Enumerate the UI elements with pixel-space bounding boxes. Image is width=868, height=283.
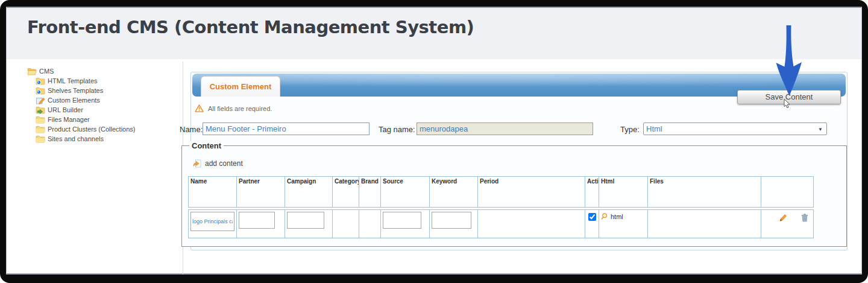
tag-name-label: Tag name: (379, 125, 415, 134)
row-cell-html: html (599, 210, 648, 238)
folder-link-icon (36, 106, 45, 114)
row-cell-actions (761, 210, 813, 238)
add-content-label: add content (205, 159, 243, 168)
tag-name-input[interactable] (417, 122, 593, 135)
app-page: Front-end CMS (Content Management System… (6, 7, 862, 275)
row-cell-brand (359, 210, 381, 238)
type-select-value: Html (646, 124, 662, 133)
tab-custom-element[interactable]: Custom Element (201, 76, 280, 97)
row-name-input[interactable] (190, 212, 234, 231)
name-label: Name: (180, 125, 203, 134)
row-html-label: html (611, 213, 623, 220)
col-header-partner: Partner (237, 177, 285, 207)
col-header-campaign: Campaign (285, 177, 333, 207)
col-header-files: Files (648, 177, 761, 207)
row-active-checkbox[interactable] (588, 213, 596, 221)
add-content-link[interactable]: add content (193, 159, 243, 168)
type-select[interactable]: Html ▼ (643, 122, 827, 135)
row-cell-keyword (430, 210, 478, 238)
folder-icon (36, 126, 45, 133)
page-title: Front-end CMS (Content Management System… (27, 17, 474, 37)
sidebar-item-label: Custom Elements (48, 97, 100, 104)
sidebar-item-label: Shelves Templates (48, 87, 103, 94)
row-campaign-input[interactable] (287, 212, 324, 229)
sidebar-item-label: Files Manager (48, 116, 90, 123)
row-cell-active (585, 210, 599, 238)
screen-frame: Front-end CMS (Content Management System… (0, 0, 868, 283)
folder-icon (36, 135, 45, 143)
content-legend: Content (189, 141, 224, 150)
sidebar-item-label: URL Builder (48, 106, 83, 113)
row-partner-input[interactable] (239, 212, 275, 229)
chevron-down-icon: ▼ (818, 127, 823, 132)
add-content-icon (193, 159, 201, 168)
table-row: html (188, 209, 814, 238)
row-keyword-input[interactable] (432, 212, 471, 229)
content-table-header: Name Partner Campaign Category Brand Sou… (188, 176, 814, 208)
col-header-source: Source (381, 177, 430, 207)
warning-triangle-icon (195, 104, 204, 112)
sidebar-item-url-builder[interactable]: URL Builder (36, 105, 178, 115)
sidebar-item-label: Sites and channels (48, 135, 104, 142)
content-table: Name Partner Campaign Category Brand Sou… (188, 176, 814, 238)
delete-trash-icon[interactable] (800, 214, 809, 222)
type-label: Type: (620, 125, 640, 134)
row-cell-partner (237, 210, 285, 238)
page-header-band: Front-end CMS (Content Management System… (7, 8, 861, 59)
sidebar-item-shelves-templates[interactable]: Shelves Templates (36, 86, 178, 95)
folder-template-icon (36, 77, 45, 85)
save-content-button[interactable]: Save Content (737, 90, 841, 104)
edit-page-icon (36, 97, 45, 104)
col-header-name: Name (189, 177, 237, 207)
row-cell-source (381, 210, 430, 238)
col-header-active: Active (585, 177, 599, 207)
folder-template-icon (36, 87, 45, 95)
folder-icon (36, 116, 45, 124)
sidebar-item-label: HTML Templates (48, 77, 98, 84)
col-header-actions (761, 177, 813, 207)
col-header-brand: Brand (359, 177, 381, 207)
row-cell-files (648, 210, 761, 238)
sidebar-item-product-clusters[interactable]: Product Clusters (Collections) (36, 124, 178, 134)
sidebar-item-custom-elements[interactable]: Custom Elements (36, 95, 178, 105)
sidebar-tree: CMS HTML Templates Shelves Templates Cus… (27, 66, 178, 144)
sidebar-item-label: CMS (39, 68, 54, 75)
name-input[interactable] (203, 122, 370, 135)
row-cell-campaign (285, 210, 333, 238)
col-header-category: Category (333, 177, 359, 207)
folder-open-icon (27, 68, 37, 75)
sidebar-item-sites-and-channels[interactable]: Sites and channels (36, 134, 178, 144)
content-fieldset: Content add content Name Partner Campaig… (181, 145, 847, 247)
col-header-period: Period (478, 177, 585, 207)
required-fields-warning: All fields are required. (195, 104, 272, 112)
sidebar-item-label: Product Clusters (Collections) (48, 126, 136, 133)
row-source-input[interactable] (383, 212, 421, 229)
edit-pencil-icon[interactable] (779, 214, 787, 222)
sidebar-item-files-manager[interactable]: Files Manager (36, 115, 178, 124)
row-cell-category (333, 210, 359, 238)
col-header-html: Html (599, 177, 648, 207)
magnifier-icon[interactable] (601, 212, 609, 220)
row-cell-name (189, 210, 237, 238)
warning-text: All fields are required. (208, 105, 272, 112)
row-cell-period (478, 210, 585, 238)
sidebar-item-html-templates[interactable]: HTML Templates (36, 76, 178, 86)
col-header-keyword: Keyword (430, 177, 478, 207)
sidebar-item-cms[interactable]: CMS (27, 66, 178, 76)
